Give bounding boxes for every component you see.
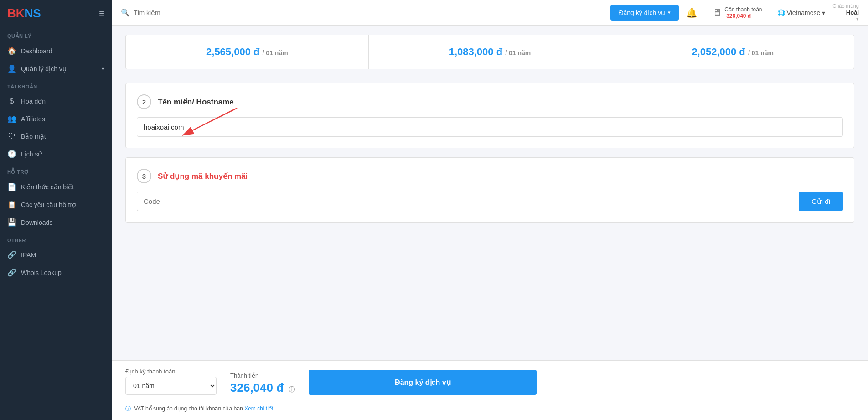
promo-section-title: Sử dụng mã khuyến mãi — [158, 171, 248, 181]
hostname-input[interactable] — [137, 117, 843, 137]
billing-total-amount: 326,040 đ ⓘ — [230, 381, 295, 395]
pricing-card-1: 1,083,000 đ / 01 năm — [369, 35, 612, 69]
topbar: 🔍 Đăng ký dịch vụ ▾ 🔔 🖥 Cần thanh toán -… — [112, 0, 868, 26]
sidebar-item-label: Các yêu cầu hỗ trợ — [21, 201, 76, 208]
sidebar-item-label: Kiến thức cần biết — [21, 183, 74, 191]
greeting[interactable]: Chào mừng Hoài ▾ — [832, 3, 859, 22]
content: 2,565,000 đ / 01 năm 1,083,000 đ / 01 nă… — [112, 26, 868, 360]
sidebar: BKNS ≡ QUẢN LÝ 🏠 Dashboard 👤 Quản lý dịc… — [0, 0, 112, 420]
pricing-amount-0: 2,565,000 đ / 01 năm — [206, 46, 288, 57]
pricing-amount-2: 2,052,000 đ / 01 năm — [692, 46, 774, 57]
sidebar-item-support-requests[interactable]: 📋 Các yêu cầu hỗ trợ — [0, 196, 112, 213]
logo: BKNS — [7, 6, 41, 21]
logo-bk: BK — [7, 6, 25, 20]
register-big-button[interactable]: Đăng ký dịch vụ — [309, 370, 537, 395]
sidebar-item-label: Affiliates — [21, 115, 45, 123]
hostname-section: 2 Tên miền/ Hostname — [125, 83, 854, 148]
pricing-row: 2,565,000 đ / 01 năm 1,083,000 đ / 01 nă… — [125, 35, 854, 69]
promo-section-number: 3 — [137, 169, 151, 183]
link2-icon: 🔗 — [7, 268, 16, 277]
bell-icon[interactable]: 🔔 — [686, 7, 698, 18]
cart-area: 🖥 Cần thanh toán -326,040 đ — [705, 6, 770, 19]
hostname-section-title: Tên miền/ Hostname — [158, 97, 234, 107]
chevron-down-icon: ▾ — [856, 16, 859, 22]
sidebar-item-dashboard[interactable]: 🏠 Dashboard — [0, 42, 112, 60]
language-selector[interactable]: 🌐 Vietnamese ▾ — [777, 9, 826, 16]
user-icon: 👤 — [7, 64, 16, 73]
sidebar-item-security[interactable]: 🛡 Bảo mật — [0, 128, 112, 145]
hamburger-icon[interactable]: ≡ — [99, 8, 104, 19]
promo-code-input[interactable] — [137, 192, 799, 211]
sidebar-item-label: Quản lý dịch vụ — [21, 65, 67, 73]
chevron-down-icon: ▾ — [668, 10, 671, 16]
section-label-other: OTHER — [0, 231, 112, 246]
sidebar-item-whois-lookup[interactable]: 🔗 Whois Lookup — [0, 264, 112, 281]
sidebar-item-label: Dashboard — [21, 47, 52, 55]
chevron-down-icon: ▾ — [102, 66, 104, 72]
sidebar-item-label: Downloads — [21, 219, 52, 226]
sidebar-item-label: Hóa đơn — [21, 98, 46, 105]
vat-notice: ⓘ VAT bổ sung áp dụng cho tài khoản của … — [125, 405, 537, 413]
pricing-card-2: 2,052,000 đ / 01 năm — [611, 35, 854, 69]
doc-icon: 📄 — [7, 182, 16, 191]
vat-details-link[interactable]: Xem chi tiết — [244, 405, 273, 412]
send-promo-button[interactable]: Gửi đi — [799, 192, 843, 211]
promo-section: 3 Sử dụng mã khuyến mãi Gửi đi — [125, 157, 854, 223]
sidebar-item-history[interactable]: 🕐 Lịch sử — [0, 145, 112, 163]
chevron-down-icon: ▾ — [822, 9, 825, 16]
sidebar-item-label: Bảo mật — [21, 133, 46, 140]
topbar-right: Đăng ký dịch vụ ▾ 🔔 🖥 Cần thanh toán -32… — [610, 3, 859, 22]
dollar-icon: $ — [7, 97, 16, 105]
section-label-hotro: HỖ TRỢ — [0, 163, 112, 178]
affiliates-icon: 👥 — [7, 114, 16, 123]
search-box[interactable]: 🔍 — [121, 8, 303, 17]
language-label: Vietnamese — [787, 9, 821, 16]
billing-bar: Định kỳ thanh toán 01 năm 02 năm 03 năm … — [112, 360, 868, 420]
sidebar-item-service-management[interactable]: 👤 Quản lý dịch vụ ▾ — [0, 60, 112, 78]
cart-icon[interactable]: 🖥 — [713, 7, 722, 18]
pricing-amount-1: 1,083,000 đ / 01 năm — [449, 46, 531, 57]
sidebar-item-label: Whois Lookup — [21, 269, 62, 276]
home-icon: 🏠 — [7, 47, 16, 55]
hostname-section-header: 2 Tên miền/ Hostname — [137, 94, 843, 109]
sidebar-item-affiliates[interactable]: 👥 Affiliates — [0, 110, 112, 128]
sidebar-logo: BKNS ≡ — [0, 0, 112, 27]
globe-icon: 🌐 — [777, 9, 785, 16]
promo-section-header: 3 Sử dụng mã khuyến mãi — [137, 169, 843, 183]
main: 🔍 Đăng ký dịch vụ ▾ 🔔 🖥 Cần thanh toán -… — [112, 0, 868, 420]
hostname-section-number: 2 — [137, 94, 151, 109]
billing-period-field: Định kỳ thanh toán 01 năm 02 năm 03 năm — [125, 368, 217, 395]
help-icon: ⓘ — [289, 386, 295, 393]
hostname-input-area — [137, 117, 843, 137]
register-service-button[interactable]: Đăng ký dịch vụ ▾ — [610, 5, 679, 21]
cart-label: Cần thanh toán — [724, 6, 762, 13]
section-label-quanly: QUẢN LÝ — [0, 27, 112, 42]
link-icon: 🔗 — [7, 250, 16, 259]
section-label-taikhoan: TÀI KHOẢN — [0, 78, 112, 93]
sidebar-item-downloads[interactable]: 💾 Downloads — [0, 213, 112, 231]
sidebar-item-invoices[interactable]: $ Hóa đơn — [0, 93, 112, 110]
search-icon: 🔍 — [121, 8, 130, 17]
clock-icon: 🕐 — [7, 150, 16, 158]
billing-period-select[interactable]: 01 năm 02 năm 03 năm — [125, 377, 217, 395]
promo-code-row: Gửi đi — [137, 192, 843, 211]
logo-ns: NS — [25, 6, 41, 20]
billing-total-label: Thành tiền — [230, 372, 295, 379]
billing-total: Thành tiền 326,040 đ ⓘ — [230, 372, 295, 395]
sidebar-item-label: Lịch sử — [21, 150, 42, 158]
shield-icon: 🛡 — [7, 132, 16, 140]
sidebar-item-label: IPAM — [21, 251, 36, 259]
sidebar-item-ipam[interactable]: 🔗 IPAM — [0, 246, 112, 264]
search-input[interactable] — [134, 9, 303, 16]
clipboard-icon: 📋 — [7, 200, 16, 209]
sidebar-item-knowledge-base[interactable]: 📄 Kiến thức cần biết — [0, 178, 112, 196]
greeting-name: Hoài — [846, 9, 859, 16]
info-icon: ⓘ — [125, 405, 131, 412]
download-icon: 💾 — [7, 218, 16, 227]
greeting-hello: Chào mừng — [832, 3, 859, 9]
pricing-card-0: 2,565,000 đ / 01 năm — [126, 35, 369, 69]
cart-amount: -326,040 đ — [724, 13, 762, 19]
billing-period-label: Định kỳ thanh toán — [125, 368, 217, 375]
